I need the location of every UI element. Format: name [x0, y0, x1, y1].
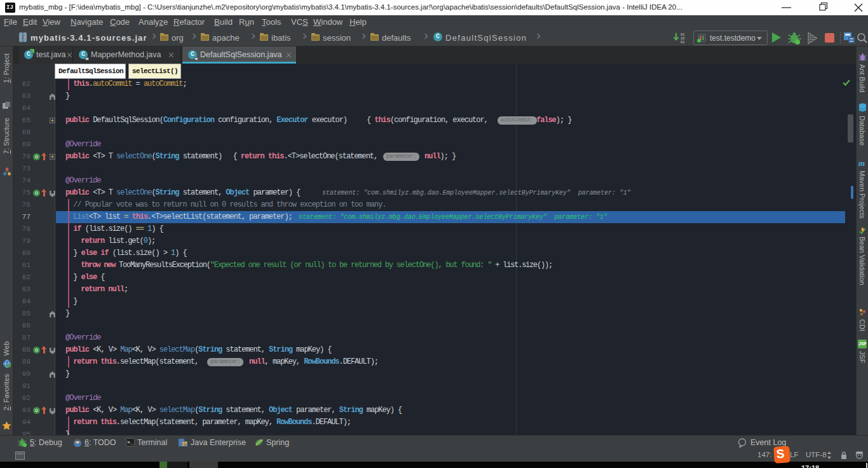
- svg-text:01: 01: [681, 40, 685, 45]
